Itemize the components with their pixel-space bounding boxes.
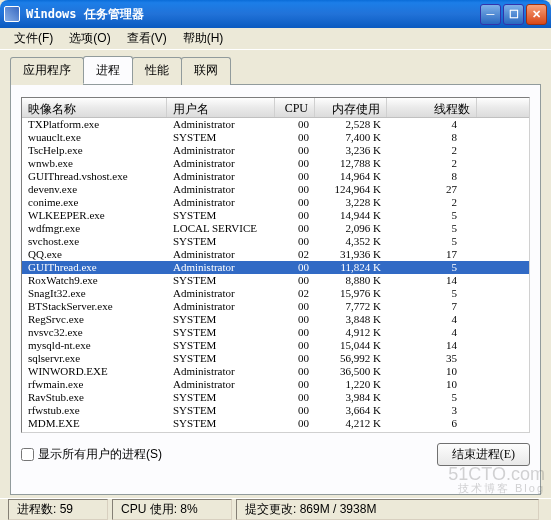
cell-image-name: QQ.exe bbox=[22, 248, 167, 261]
cell-cpu: 00 bbox=[275, 183, 315, 196]
cell-cpu: 00 bbox=[275, 430, 315, 433]
cell-image-name: rfwmain.exe bbox=[22, 378, 167, 391]
table-row[interactable]: QQ.exeAdministrator0231,936 K17 bbox=[22, 248, 529, 261]
cell-memory: 14,964 K bbox=[315, 170, 387, 183]
minimize-button[interactable]: ─ bbox=[480, 4, 501, 25]
cell-threads: 5 bbox=[387, 235, 463, 248]
col-username[interactable]: 用户名 bbox=[167, 98, 275, 117]
table-row[interactable]: WINWORD.EXEAdministrator0036,500 K10 bbox=[22, 365, 529, 378]
cell-username: SYSTEM bbox=[167, 391, 275, 404]
cell-username: Administrator bbox=[167, 183, 275, 196]
cell-threads: 3 bbox=[387, 404, 463, 417]
menubar: 文件(F) 选项(O) 查看(V) 帮助(H) bbox=[0, 28, 551, 50]
cell-memory: 15,044 K bbox=[315, 339, 387, 352]
end-process-button[interactable]: 结束进程(E) bbox=[437, 443, 530, 466]
cell-cpu: 02 bbox=[275, 248, 315, 261]
cell-threads: 5 bbox=[387, 287, 463, 300]
col-memory[interactable]: 内存使用 bbox=[315, 98, 387, 117]
close-button[interactable]: ✕ bbox=[526, 4, 547, 25]
table-row[interactable]: RavStub.exeSYSTEM003,984 K5 bbox=[22, 391, 529, 404]
table-row[interactable]: rfwstub.exeSYSTEM003,664 K3 bbox=[22, 404, 529, 417]
cell-threads: 5 bbox=[387, 391, 463, 404]
cell-threads: 27 bbox=[387, 183, 463, 196]
cell-cpu: 00 bbox=[275, 417, 315, 430]
menu-help[interactable]: 帮助(H) bbox=[175, 28, 232, 49]
cell-image-name: conime.exe bbox=[22, 196, 167, 209]
table-row[interactable]: mysqld-nt.exeSYSTEM0015,044 K14 bbox=[22, 339, 529, 352]
col-cpu[interactable]: CPU bbox=[275, 98, 315, 117]
cell-username: Administrator bbox=[167, 170, 275, 183]
show-all-users-checkbox[interactable]: 显示所有用户的进程(S) bbox=[21, 446, 162, 463]
table-row[interactable]: BTStackServer.exeAdministrator007,772 K7 bbox=[22, 300, 529, 313]
menu-view[interactable]: 查看(V) bbox=[119, 28, 175, 49]
cell-username: Administrator bbox=[167, 248, 275, 261]
cell-threads: 2 bbox=[387, 157, 463, 170]
tab-processes[interactable]: 进程 bbox=[83, 56, 133, 84]
table-row[interactable]: wuauclt.exeSYSTEM007,400 K8 bbox=[22, 131, 529, 144]
cell-username: SYSTEM bbox=[167, 313, 275, 326]
table-row[interactable]: usnsvc.exeSYSTEM002,992 K4 bbox=[22, 430, 529, 433]
process-table: 映像名称 用户名 CPU 内存使用 线程数 TXPlatform.exeAdmi… bbox=[21, 97, 530, 433]
table-row[interactable]: RegSrvc.exeSYSTEM003,848 K4 bbox=[22, 313, 529, 326]
cell-image-name: rfwstub.exe bbox=[22, 404, 167, 417]
cell-image-name: usnsvc.exe bbox=[22, 430, 167, 433]
titlebar[interactable]: Windows 任务管理器 ─ ☐ ✕ bbox=[0, 0, 551, 28]
table-row[interactable]: wdfmgr.exeLOCAL SERVICE002,096 K5 bbox=[22, 222, 529, 235]
cell-threads: 14 bbox=[387, 339, 463, 352]
table-row[interactable]: rfwmain.exeAdministrator001,220 K10 bbox=[22, 378, 529, 391]
cell-memory: 3,228 K bbox=[315, 196, 387, 209]
cell-cpu: 00 bbox=[275, 170, 315, 183]
table-row[interactable]: TXPlatform.exeAdministrator002,528 K4 bbox=[22, 118, 529, 131]
tab-applications[interactable]: 应用程序 bbox=[10, 57, 84, 85]
table-row[interactable]: GUIThread.vshost.exeAdministrator0014,96… bbox=[22, 170, 529, 183]
cell-memory: 8,880 K bbox=[315, 274, 387, 287]
cell-username: Administrator bbox=[167, 365, 275, 378]
col-threads[interactable]: 线程数 bbox=[387, 98, 477, 117]
cell-image-name: RavStub.exe bbox=[22, 391, 167, 404]
table-row[interactable]: wnwb.exeAdministrator0012,788 K2 bbox=[22, 157, 529, 170]
cell-username: SYSTEM bbox=[167, 417, 275, 430]
table-row[interactable]: MDM.EXESYSTEM004,212 K6 bbox=[22, 417, 529, 430]
cell-threads: 5 bbox=[387, 261, 463, 274]
show-all-users-input[interactable] bbox=[21, 448, 34, 461]
cell-cpu: 02 bbox=[275, 287, 315, 300]
table-row[interactable]: devenv.exeAdministrator00124,964 K27 bbox=[22, 183, 529, 196]
cell-username: Administrator bbox=[167, 196, 275, 209]
cell-image-name: TXPlatform.exe bbox=[22, 118, 167, 131]
table-row[interactable]: sqlservr.exeSYSTEM0056,992 K35 bbox=[22, 352, 529, 365]
cell-threads: 7 bbox=[387, 300, 463, 313]
table-row[interactable]: SnagIt32.exeAdministrator0215,976 K5 bbox=[22, 287, 529, 300]
tab-performance[interactable]: 性能 bbox=[132, 57, 182, 85]
cell-cpu: 00 bbox=[275, 339, 315, 352]
cell-threads: 4 bbox=[387, 430, 463, 433]
maximize-button[interactable]: ☐ bbox=[503, 4, 524, 25]
cell-image-name: MDM.EXE bbox=[22, 417, 167, 430]
cell-memory: 12,788 K bbox=[315, 157, 387, 170]
col-image-name[interactable]: 映像名称 bbox=[22, 98, 167, 117]
table-row[interactable]: WLKEEPER.exeSYSTEM0014,944 K5 bbox=[22, 209, 529, 222]
table-row[interactable]: RoxWatch9.exeSYSTEM008,880 K14 bbox=[22, 274, 529, 287]
process-list[interactable]: TXPlatform.exeAdministrator002,528 K4wua… bbox=[22, 118, 529, 433]
tab-networking[interactable]: 联网 bbox=[181, 57, 231, 85]
table-row[interactable]: nvsvc32.exeSYSTEM004,912 K4 bbox=[22, 326, 529, 339]
cell-cpu: 00 bbox=[275, 222, 315, 235]
table-row[interactable]: conime.exeAdministrator003,228 K2 bbox=[22, 196, 529, 209]
cell-username: SYSTEM bbox=[167, 326, 275, 339]
cell-username: Administrator bbox=[167, 118, 275, 131]
table-row[interactable]: TscHelp.exeAdministrator003,236 K2 bbox=[22, 144, 529, 157]
cell-username: SYSTEM bbox=[167, 209, 275, 222]
cell-threads: 4 bbox=[387, 118, 463, 131]
table-row[interactable]: svchost.exeSYSTEM004,352 K5 bbox=[22, 235, 529, 248]
cell-cpu: 00 bbox=[275, 300, 315, 313]
cell-threads: 5 bbox=[387, 209, 463, 222]
cell-username: SYSTEM bbox=[167, 352, 275, 365]
menu-file[interactable]: 文件(F) bbox=[6, 28, 61, 49]
cell-image-name: wdfmgr.exe bbox=[22, 222, 167, 235]
cell-image-name: RoxWatch9.exe bbox=[22, 274, 167, 287]
cell-image-name: wuauclt.exe bbox=[22, 131, 167, 144]
cell-cpu: 00 bbox=[275, 274, 315, 287]
cell-image-name: WINWORD.EXE bbox=[22, 365, 167, 378]
table-row[interactable]: GUIThread.exeAdministrator0011,824 K5 bbox=[22, 261, 529, 274]
cell-image-name: sqlservr.exe bbox=[22, 352, 167, 365]
menu-options[interactable]: 选项(O) bbox=[61, 28, 118, 49]
